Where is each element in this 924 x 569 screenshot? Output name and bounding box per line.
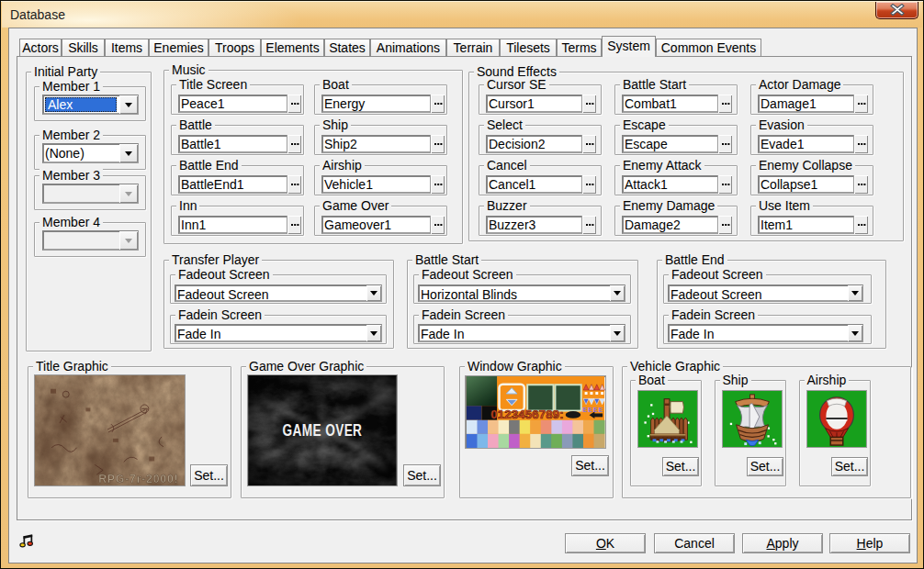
svg-text:GAME OVER: GAME OVER <box>283 420 363 439</box>
svg-text:0123456789:: 0123456789: <box>490 407 564 421</box>
svg-text:E: E <box>582 407 587 414</box>
svg-text:E: E <box>598 407 603 414</box>
svg-text:E: E <box>588 407 592 414</box>
svg-text:RPG-7r-2000!: RPG-7r-2000! <box>98 473 178 485</box>
